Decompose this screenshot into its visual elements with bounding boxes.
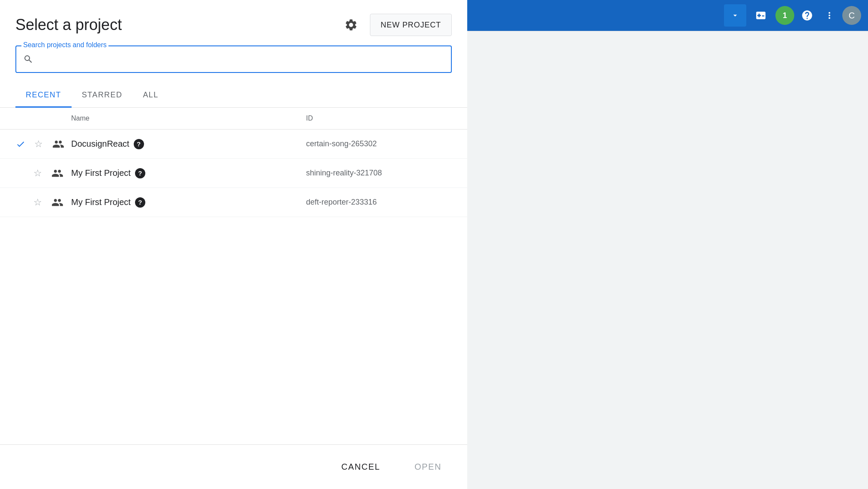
help-button[interactable] — [798, 6, 817, 25]
star-icon[interactable]: ☆ — [33, 138, 45, 150]
star-icon[interactable]: ☆ — [32, 167, 44, 179]
people-icon — [51, 137, 65, 151]
tab-starred[interactable]: STARRED — [72, 84, 133, 108]
check-placeholder — [15, 197, 25, 208]
more-vertical-icon — [824, 10, 835, 21]
table-row[interactable]: ☆ DocusignReact ? certain-song-265302 — [0, 130, 467, 159]
search-container: Search projects and folders — [15, 45, 452, 73]
row-actions: ☆ — [15, 166, 71, 180]
table-row[interactable]: ☆ My First Project ? deft-reporter-23331… — [0, 188, 467, 217]
project-id: deft-reporter-233316 — [306, 198, 452, 207]
settings-button[interactable] — [339, 13, 363, 37]
row-actions: ☆ — [15, 137, 71, 151]
gear-icon — [344, 18, 358, 32]
new-project-button[interactable]: NEW PROJECT — [370, 14, 452, 36]
project-select-dialog: Select a project NEW PROJECT Search proj… — [0, 0, 467, 489]
dropdown-button[interactable] — [724, 4, 746, 27]
help-icon[interactable]: ? — [135, 197, 145, 208]
search-label: Search projects and folders — [21, 41, 108, 49]
notification-badge[interactable]: 1 — [775, 6, 794, 25]
dialog-header: Select a project NEW PROJECT — [0, 0, 467, 45]
project-name: My First Project ? — [71, 168, 306, 178]
col-id-header: ID — [306, 115, 452, 122]
row-actions: ☆ — [15, 196, 71, 209]
project-name: DocusignReact ? — [71, 139, 306, 149]
cancel-button[interactable]: CANCEL — [331, 455, 390, 479]
more-options-button[interactable] — [820, 6, 839, 25]
tab-all[interactable]: ALL — [132, 84, 168, 108]
people-icon — [51, 166, 64, 180]
chevron-down-icon — [731, 11, 739, 20]
help-icon[interactable]: ? — [134, 139, 144, 149]
terminal-button[interactable] — [750, 4, 772, 27]
check-icon — [15, 139, 26, 149]
table-header: Name ID — [0, 108, 467, 130]
col-name-header: Name — [71, 115, 306, 122]
search-input[interactable] — [39, 54, 444, 64]
search-section: Search projects and folders — [0, 45, 467, 83]
people-icon — [51, 196, 64, 209]
check-placeholder — [15, 168, 25, 178]
col-actions — [15, 115, 71, 122]
table-row[interactable]: ☆ My First Project ? shining-reality-321… — [0, 159, 467, 188]
top-bar: 1 C — [467, 0, 868, 31]
project-name: My First Project ? — [71, 197, 306, 208]
dialog-title: Select a project — [15, 16, 122, 34]
dialog-footer: CANCEL OPEN — [0, 444, 467, 489]
header-actions: NEW PROJECT — [339, 13, 452, 37]
background-panel: 1 C — [467, 0, 868, 489]
open-button[interactable]: OPEN — [404, 455, 452, 479]
tab-recent[interactable]: RECENT — [15, 84, 72, 108]
tabs-section: RECENT STARRED ALL — [0, 83, 467, 108]
star-icon[interactable]: ☆ — [32, 196, 44, 208]
help-icon — [801, 9, 813, 21]
background-content — [467, 31, 868, 489]
project-id: shining-reality-321708 — [306, 169, 452, 178]
terminal-icon — [755, 10, 766, 21]
projects-table: Name ID ☆ DocusignReact ? — [0, 108, 467, 444]
project-id: certain-song-265302 — [306, 139, 452, 148]
avatar[interactable]: C — [842, 6, 861, 25]
search-icon — [23, 54, 33, 64]
help-icon[interactable]: ? — [135, 168, 145, 178]
